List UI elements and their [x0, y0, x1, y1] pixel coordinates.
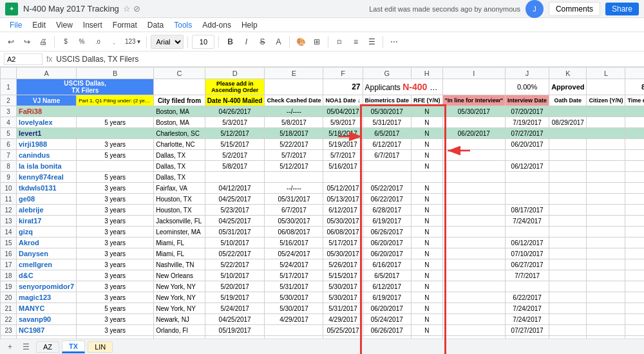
- cell-biometrics[interactable]: 6/16/2017: [363, 259, 412, 270]
- align-center[interactable]: ☰: [365, 35, 379, 49]
- cell-check[interactable]: --/----: [265, 106, 323, 117]
- cell-citizen[interactable]: [587, 117, 625, 128]
- cell-city[interactable]: Houston, TX: [154, 205, 205, 216]
- cell-inline[interactable]: 06/20/2017: [442, 128, 506, 139]
- cell-filing[interactable]: [77, 161, 154, 172]
- cell-d1[interactable]: Please add inAscending Order: [205, 79, 265, 95]
- cell-citizen[interactable]: [587, 194, 625, 205]
- col-header-f[interactable]: F: [323, 68, 363, 79]
- italic-button[interactable]: I: [239, 35, 253, 49]
- cell-oath[interactable]: [549, 259, 587, 270]
- cell-city[interactable]: Leominster, MA: [154, 227, 205, 238]
- col-header-j[interactable]: J: [506, 68, 549, 79]
- cell-interview[interactable]: 06/12/2017: [506, 238, 549, 248]
- cell-inline[interactable]: [442, 150, 506, 161]
- cell-citizen[interactable]: [587, 183, 625, 194]
- cell-filing[interactable]: 5 years: [77, 117, 154, 128]
- cell-filing[interactable]: 3 years: [77, 292, 154, 303]
- col-header-k[interactable]: K: [549, 68, 587, 79]
- cell-rfe[interactable]: N: [412, 303, 443, 314]
- cell-biometrics[interactable]: [363, 172, 412, 183]
- cell-citizen[interactable]: [587, 216, 625, 227]
- cell-filing[interactable]: 3 years: [77, 238, 154, 248]
- cell-time[interactable]: 91: [625, 117, 644, 128]
- cell-filing[interactable]: 3 years: [77, 281, 154, 292]
- comments-button[interactable]: Comments: [549, 2, 600, 16]
- cell-date-n400[interactable]: 04/25/2017: [205, 194, 265, 205]
- cell-inline[interactable]: 05/30/2017: [442, 106, 506, 117]
- cell-inline[interactable]: [442, 270, 506, 281]
- cell-name[interactable]: canindus: [17, 150, 77, 161]
- cell-citizen[interactable]: [587, 150, 625, 161]
- cell-oath[interactable]: [549, 281, 587, 292]
- cell-interview[interactable]: 06/20/2017: [506, 139, 549, 150]
- cell-noa1[interactable]: 5/30/2017: [323, 281, 363, 292]
- cell-citizen[interactable]: [587, 172, 625, 183]
- cell-name[interactable]: tkdwls0131: [17, 183, 77, 194]
- cell-interview[interactable]: 07/20/2017: [506, 106, 549, 117]
- cell-date-n400[interactable]: 04/12/2017: [205, 183, 265, 194]
- cell-city[interactable]: Miami, FL: [154, 238, 205, 248]
- cell-time[interactable]: 63: [625, 227, 644, 238]
- cell-biometrics[interactable]: 06/26/2017: [363, 227, 412, 238]
- cell-rfe[interactable]: N: [412, 205, 443, 216]
- cell-interview[interactable]: 6/22/2017: [506, 292, 549, 303]
- cell-noa1[interactable]: 05/25/2017: [323, 325, 363, 336]
- cell-interview[interactable]: 07/27/2017: [506, 325, 549, 336]
- cell-check[interactable]: 5/7/2017: [265, 150, 323, 161]
- cell-citizen[interactable]: [587, 227, 625, 238]
- menu-view[interactable]: View: [52, 19, 77, 31]
- menu-edit[interactable]: Edit: [28, 19, 50, 31]
- cell-filing[interactable]: 3 years: [77, 270, 154, 281]
- sheet-tab-tx[interactable]: TX: [62, 340, 85, 353]
- cell-inline[interactable]: [442, 205, 506, 216]
- cell-rfe[interactable]: N: [412, 314, 443, 325]
- cell-rfe[interactable]: N: [412, 270, 443, 281]
- cell-oath[interactable]: [549, 106, 587, 117]
- cell-biometrics[interactable]: 6/5/2017: [363, 128, 412, 139]
- cell-oath[interactable]: [549, 161, 587, 172]
- format-dollar[interactable]: $: [59, 35, 73, 49]
- col-header-a[interactable]: A: [17, 68, 77, 79]
- cell-biometrics[interactable]: [363, 161, 412, 172]
- cell-date-n400[interactable]: 04/25/2017: [205, 314, 265, 325]
- cell-date-n400[interactable]: [205, 172, 265, 183]
- cell-inline[interactable]: [442, 183, 506, 194]
- cell-rfe[interactable]: N: [412, 248, 443, 259]
- col-header-i[interactable]: I: [442, 68, 506, 79]
- cell-rfe[interactable]: N: [412, 325, 443, 336]
- cell-biometrics[interactable]: 6/19/2017: [363, 216, 412, 227]
- cell-citizen[interactable]: [587, 161, 625, 172]
- cell-oath[interactable]: [549, 314, 587, 325]
- cell-city[interactable]: New York, NY: [154, 303, 205, 314]
- cell-biometrics[interactable]: 05/22/2017: [363, 183, 412, 194]
- menu-help[interactable]: Help: [237, 19, 262, 31]
- cell-time[interactable]: 69: [625, 216, 644, 227]
- cell-noa1[interactable]: 5/9/2017: [323, 117, 363, 128]
- cell-city[interactable]: New Orleans: [154, 270, 205, 281]
- cell-city[interactable]: Jacksonville, FL: [154, 216, 205, 227]
- cell-name[interactable]: NC1987: [17, 325, 77, 336]
- cell-oath[interactable]: [549, 292, 587, 303]
- cell-c1[interactable]: [154, 79, 205, 95]
- sheet-tab-az[interactable]: AZ: [36, 341, 59, 353]
- cell-check[interactable]: 5/16/2017: [265, 238, 323, 248]
- cell-noa1[interactable]: 5/15/2017: [323, 270, 363, 281]
- cell-time[interactable]: 92: [625, 150, 644, 161]
- cell-check[interactable]: 5/30/2017: [265, 292, 323, 303]
- cell-rfe[interactable]: N: [412, 117, 443, 128]
- cell-date-n400[interactable]: 5/23/2017: [205, 205, 265, 216]
- cell-city[interactable]: New York, NY: [154, 281, 205, 292]
- cell-city[interactable]: Boston, MA: [154, 106, 205, 117]
- cell-check[interactable]: 5/18/2017: [265, 128, 323, 139]
- cell-name[interactable]: virji1988: [17, 139, 77, 150]
- cell-noa1[interactable]: 5/19/2017: [323, 139, 363, 150]
- cell-rfe[interactable]: N: [412, 238, 443, 248]
- cell-time[interactable]: 84: [625, 238, 644, 248]
- cell-filing[interactable]: 3 years: [77, 194, 154, 205]
- cell-biometrics[interactable]: 06/20/2017: [363, 238, 412, 248]
- cell-biometrics[interactable]: 6/12/2017: [363, 281, 412, 292]
- cell-noa1[interactable]: 5/7/2017: [323, 150, 363, 161]
- cell-filing[interactable]: 3 years: [77, 216, 154, 227]
- cell-filing[interactable]: 5 years: [77, 172, 154, 183]
